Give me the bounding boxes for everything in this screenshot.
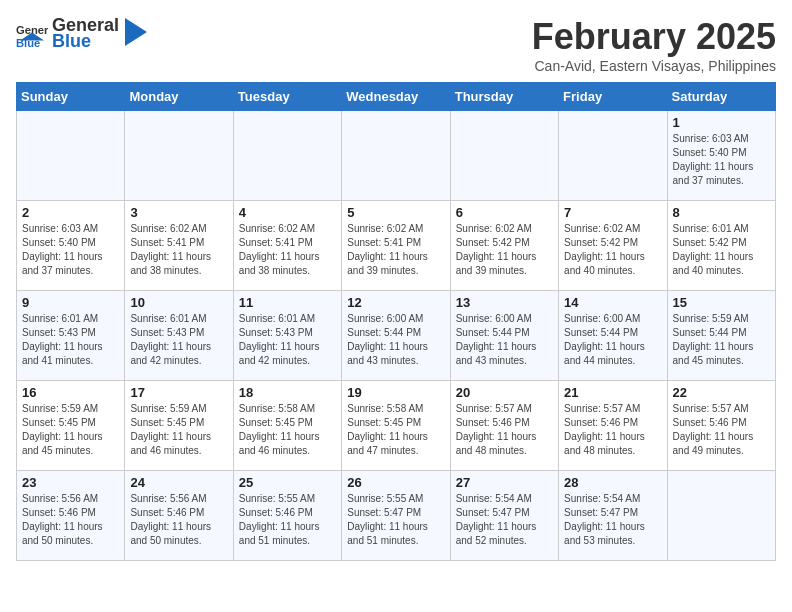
day-number: 28: [564, 475, 661, 490]
calendar-cell: [667, 471, 775, 561]
day-number: 14: [564, 295, 661, 310]
calendar-cell: 4Sunrise: 6:02 AM Sunset: 5:41 PM Daylig…: [233, 201, 341, 291]
day-number: 6: [456, 205, 553, 220]
day-info: Sunrise: 6:01 AM Sunset: 5:43 PM Dayligh…: [239, 312, 336, 368]
calendar-cell: 10Sunrise: 6:01 AM Sunset: 5:43 PM Dayli…: [125, 291, 233, 381]
calendar-cell: 17Sunrise: 5:59 AM Sunset: 5:45 PM Dayli…: [125, 381, 233, 471]
month-title: February 2025: [532, 16, 776, 58]
logo-triangle-icon: [125, 18, 147, 46]
day-number: 16: [22, 385, 119, 400]
calendar-cell: 1Sunrise: 6:03 AM Sunset: 5:40 PM Daylig…: [667, 111, 775, 201]
day-info: Sunrise: 5:57 AM Sunset: 5:46 PM Dayligh…: [673, 402, 770, 458]
day-info: Sunrise: 6:00 AM Sunset: 5:44 PM Dayligh…: [347, 312, 444, 368]
weekday-header: Wednesday: [342, 83, 450, 111]
day-info: Sunrise: 5:54 AM Sunset: 5:47 PM Dayligh…: [564, 492, 661, 548]
calendar-cell: 19Sunrise: 5:58 AM Sunset: 5:45 PM Dayli…: [342, 381, 450, 471]
day-number: 3: [130, 205, 227, 220]
calendar-cell: 11Sunrise: 6:01 AM Sunset: 5:43 PM Dayli…: [233, 291, 341, 381]
logo: General Blue General Blue: [16, 16, 147, 52]
weekday-header-row: SundayMondayTuesdayWednesdayThursdayFrid…: [17, 83, 776, 111]
page-header: General Blue General Blue February 2025 …: [16, 16, 776, 74]
calendar-cell: 9Sunrise: 6:01 AM Sunset: 5:43 PM Daylig…: [17, 291, 125, 381]
calendar-cell: 8Sunrise: 6:01 AM Sunset: 5:42 PM Daylig…: [667, 201, 775, 291]
title-block: February 2025 Can-Avid, Eastern Visayas,…: [532, 16, 776, 74]
svg-text:Blue: Blue: [16, 37, 40, 49]
day-info: Sunrise: 6:03 AM Sunset: 5:40 PM Dayligh…: [22, 222, 119, 278]
day-number: 4: [239, 205, 336, 220]
day-number: 12: [347, 295, 444, 310]
calendar-cell: 25Sunrise: 5:55 AM Sunset: 5:46 PM Dayli…: [233, 471, 341, 561]
day-info: Sunrise: 5:54 AM Sunset: 5:47 PM Dayligh…: [456, 492, 553, 548]
calendar-week-row: 1Sunrise: 6:03 AM Sunset: 5:40 PM Daylig…: [17, 111, 776, 201]
day-number: 13: [456, 295, 553, 310]
day-number: 27: [456, 475, 553, 490]
day-number: 19: [347, 385, 444, 400]
day-number: 9: [22, 295, 119, 310]
calendar-cell: 5Sunrise: 6:02 AM Sunset: 5:41 PM Daylig…: [342, 201, 450, 291]
svg-marker-2: [125, 18, 147, 46]
weekday-header: Friday: [559, 83, 667, 111]
day-number: 17: [130, 385, 227, 400]
calendar-cell: 24Sunrise: 5:56 AM Sunset: 5:46 PM Dayli…: [125, 471, 233, 561]
calendar-week-row: 23Sunrise: 5:56 AM Sunset: 5:46 PM Dayli…: [17, 471, 776, 561]
day-info: Sunrise: 5:57 AM Sunset: 5:46 PM Dayligh…: [456, 402, 553, 458]
day-info: Sunrise: 5:58 AM Sunset: 5:45 PM Dayligh…: [239, 402, 336, 458]
weekday-header: Sunday: [17, 83, 125, 111]
calendar-week-row: 2Sunrise: 6:03 AM Sunset: 5:40 PM Daylig…: [17, 201, 776, 291]
day-number: 1: [673, 115, 770, 130]
weekday-header: Saturday: [667, 83, 775, 111]
calendar-cell: 7Sunrise: 6:02 AM Sunset: 5:42 PM Daylig…: [559, 201, 667, 291]
calendar-cell: [125, 111, 233, 201]
weekday-header: Monday: [125, 83, 233, 111]
day-number: 10: [130, 295, 227, 310]
calendar-cell: 18Sunrise: 5:58 AM Sunset: 5:45 PM Dayli…: [233, 381, 341, 471]
day-info: Sunrise: 6:00 AM Sunset: 5:44 PM Dayligh…: [456, 312, 553, 368]
day-info: Sunrise: 6:03 AM Sunset: 5:40 PM Dayligh…: [673, 132, 770, 188]
day-info: Sunrise: 5:58 AM Sunset: 5:45 PM Dayligh…: [347, 402, 444, 458]
day-number: 20: [456, 385, 553, 400]
calendar-cell: 15Sunrise: 5:59 AM Sunset: 5:44 PM Dayli…: [667, 291, 775, 381]
weekday-header: Thursday: [450, 83, 558, 111]
calendar-cell: [450, 111, 558, 201]
day-info: Sunrise: 6:01 AM Sunset: 5:43 PM Dayligh…: [22, 312, 119, 368]
calendar-cell: 26Sunrise: 5:55 AM Sunset: 5:47 PM Dayli…: [342, 471, 450, 561]
day-number: 23: [22, 475, 119, 490]
day-info: Sunrise: 5:59 AM Sunset: 5:45 PM Dayligh…: [22, 402, 119, 458]
day-number: 25: [239, 475, 336, 490]
day-info: Sunrise: 6:02 AM Sunset: 5:41 PM Dayligh…: [347, 222, 444, 278]
day-number: 22: [673, 385, 770, 400]
day-info: Sunrise: 5:59 AM Sunset: 5:45 PM Dayligh…: [130, 402, 227, 458]
day-number: 26: [347, 475, 444, 490]
day-info: Sunrise: 5:55 AM Sunset: 5:47 PM Dayligh…: [347, 492, 444, 548]
day-info: Sunrise: 6:01 AM Sunset: 5:42 PM Dayligh…: [673, 222, 770, 278]
day-info: Sunrise: 6:01 AM Sunset: 5:43 PM Dayligh…: [130, 312, 227, 368]
day-info: Sunrise: 6:02 AM Sunset: 5:41 PM Dayligh…: [239, 222, 336, 278]
calendar-week-row: 9Sunrise: 6:01 AM Sunset: 5:43 PM Daylig…: [17, 291, 776, 381]
calendar-cell: 12Sunrise: 6:00 AM Sunset: 5:44 PM Dayli…: [342, 291, 450, 381]
location-text: Can-Avid, Eastern Visayas, Philippines: [532, 58, 776, 74]
calendar-cell: 23Sunrise: 5:56 AM Sunset: 5:46 PM Dayli…: [17, 471, 125, 561]
logo-blue-text: Blue: [52, 32, 119, 52]
calendar-week-row: 16Sunrise: 5:59 AM Sunset: 5:45 PM Dayli…: [17, 381, 776, 471]
calendar-cell: [342, 111, 450, 201]
day-info: Sunrise: 6:02 AM Sunset: 5:42 PM Dayligh…: [564, 222, 661, 278]
calendar-cell: 2Sunrise: 6:03 AM Sunset: 5:40 PM Daylig…: [17, 201, 125, 291]
logo-icon: General Blue: [16, 18, 48, 50]
day-info: Sunrise: 5:56 AM Sunset: 5:46 PM Dayligh…: [22, 492, 119, 548]
calendar-cell: [559, 111, 667, 201]
day-number: 5: [347, 205, 444, 220]
calendar-cell: [233, 111, 341, 201]
day-info: Sunrise: 6:00 AM Sunset: 5:44 PM Dayligh…: [564, 312, 661, 368]
calendar-cell: 27Sunrise: 5:54 AM Sunset: 5:47 PM Dayli…: [450, 471, 558, 561]
calendar-cell: 16Sunrise: 5:59 AM Sunset: 5:45 PM Dayli…: [17, 381, 125, 471]
day-number: 8: [673, 205, 770, 220]
calendar-cell: [17, 111, 125, 201]
calendar-table: SundayMondayTuesdayWednesdayThursdayFrid…: [16, 82, 776, 561]
calendar-cell: 3Sunrise: 6:02 AM Sunset: 5:41 PM Daylig…: [125, 201, 233, 291]
day-number: 2: [22, 205, 119, 220]
day-number: 24: [130, 475, 227, 490]
calendar-cell: 22Sunrise: 5:57 AM Sunset: 5:46 PM Dayli…: [667, 381, 775, 471]
day-info: Sunrise: 5:59 AM Sunset: 5:44 PM Dayligh…: [673, 312, 770, 368]
day-number: 11: [239, 295, 336, 310]
day-number: 18: [239, 385, 336, 400]
